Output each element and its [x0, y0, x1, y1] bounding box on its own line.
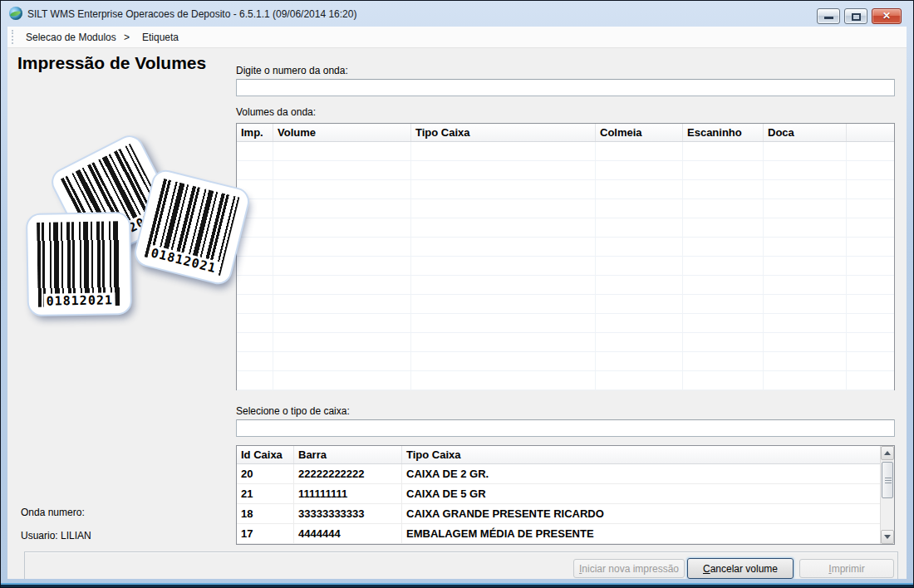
wave-table-cell — [237, 352, 273, 370]
wave-table-cell — [683, 333, 764, 351]
footer-button-bar: Iniciar nova impressãoCancelar volumeImp… — [24, 551, 898, 579]
box-table-row[interactable]: 2022222222222CAIXA DE 2 GR. — [237, 464, 894, 484]
box-type-input[interactable] — [236, 419, 895, 437]
wave-table-cell — [847, 180, 894, 198]
app-icon — [9, 7, 22, 20]
wave-table-row — [237, 352, 894, 371]
wave-column-header: Imp. — [237, 124, 273, 141]
wave-table-cell — [847, 238, 894, 256]
wave-table-row — [237, 180, 894, 199]
wave-table-cell — [683, 371, 764, 390]
wave-table-cell — [847, 161, 894, 179]
wave-table-cell — [411, 238, 596, 256]
wave-table-cell — [411, 333, 596, 351]
box-cell-barra: 4444444 — [294, 524, 402, 543]
wave-table-cell — [237, 333, 273, 351]
breadcrumb-separator: > — [124, 32, 130, 43]
scrollbar-thumb[interactable] — [882, 462, 893, 498]
wave-table-row — [237, 276, 894, 295]
minimize-button[interactable] — [817, 8, 840, 24]
wave-column-header: Escaninho — [683, 124, 764, 141]
wave-table-cell — [411, 371, 596, 390]
wave-table-cell — [596, 142, 683, 160]
wave-column-header: Volume — [273, 124, 411, 141]
box-cell-tipo-caixa: CAIXA GRANDE PRESENTE RICARDO — [402, 504, 894, 523]
wave-table-cell — [596, 180, 683, 198]
barcode-illustration: 01812021 01812021 01812021 — [7, 90, 232, 289]
wave-table-cell — [764, 257, 847, 275]
box-cell-tipo-caixa: EMBALAGEM MÉDIA DE PRESENTE — [402, 524, 894, 543]
wave-number-label: Digite o numero da onda: — [236, 65, 348, 76]
box-cell-barra: 33333333333 — [294, 504, 402, 523]
wave-table-cell — [273, 276, 411, 294]
wave-number-input[interactable] — [236, 79, 895, 96]
maximize-icon — [852, 13, 861, 21]
wave-table-cell — [237, 314, 273, 332]
box-table-body: 2022222222222CAIXA DE 2 GR.21111111111CA… — [237, 464, 894, 544]
wave-table-cell — [596, 371, 683, 390]
wave-table-cell — [596, 199, 683, 218]
wave-table-cell — [273, 314, 411, 332]
arrow-down-icon — [884, 535, 891, 539]
wave-table-cell — [847, 333, 894, 351]
wave-table-cell — [683, 314, 764, 332]
wave-table-row — [237, 218, 894, 238]
toolbar-gripper[interactable] — [12, 30, 13, 44]
wave-table-cell — [273, 238, 411, 256]
cancelar-volume-button[interactable]: Cancelar volume — [687, 558, 794, 579]
vertical-scrollbar[interactable] — [880, 446, 894, 544]
wave-table-cell — [847, 218, 894, 237]
wave-column-header: Colmeia — [596, 124, 683, 141]
wave-table-cell — [764, 276, 847, 294]
wave-table-cell — [237, 238, 273, 256]
maximize-button[interactable] — [844, 8, 867, 24]
menu-etiqueta[interactable]: Etiqueta — [142, 32, 179, 43]
iniciar-nova-impressao-button: Iniciar nova impressão — [573, 559, 685, 578]
wave-table-cell — [273, 257, 411, 275]
wave-table-cell — [411, 352, 596, 370]
wave-table-cell — [411, 218, 596, 237]
wave-table-cell — [847, 142, 894, 160]
wave-table-cell — [764, 218, 847, 237]
box-cell-tipo-caixa: CAIXA DE 2 GR. — [402, 464, 894, 483]
main-content: Impressão de Volumes 01812021 01812021 0… — [7, 48, 907, 579]
wave-table-row — [237, 199, 894, 218]
box-column-header: Barra — [294, 446, 402, 463]
box-table-row[interactable]: 1833333333333CAIXA GRANDE PRESENTE RICAR… — [237, 504, 894, 524]
wave-table-cell — [596, 333, 683, 351]
scroll-down-button[interactable] — [881, 530, 894, 544]
wave-table-cell — [237, 257, 273, 275]
wave-table-cell — [273, 218, 411, 237]
wave-table-cell — [683, 161, 764, 179]
wave-table-cell — [847, 371, 894, 390]
scroll-up-button[interactable] — [881, 446, 894, 460]
wave-table-cell — [683, 238, 764, 256]
wave-column-header — [847, 124, 894, 141]
usuario-label: Usuario: LILIAN — [21, 530, 91, 541]
wave-table-cell — [764, 161, 847, 179]
barcode-number: 01812021 — [43, 292, 115, 309]
wave-table-cell — [273, 199, 411, 218]
wave-table-cell — [764, 333, 847, 351]
window-title: SILT WMS Enterprise Operacoes de Deposit… — [27, 8, 356, 20]
wave-table-cell — [596, 238, 683, 256]
box-table-row[interactable]: 21111111111CAIXA DE 5 GR — [237, 484, 894, 504]
wave-table-cell — [764, 199, 847, 218]
wave-table-cell — [683, 276, 764, 294]
wave-table-cell — [273, 333, 411, 351]
wave-table-cell — [237, 371, 273, 390]
box-cell-barra: 111111111 — [294, 484, 402, 503]
minimize-icon — [824, 17, 833, 19]
wave-table-cell — [411, 276, 596, 294]
wave-table-cell — [764, 180, 847, 198]
window-controls: ✕ — [817, 8, 902, 24]
menu-selecao-de-modulos[interactable]: Selecao de Modulos — [26, 32, 116, 43]
box-table-row[interactable]: 174444444EMBALAGEM MÉDIA DE PRESENTE — [237, 524, 894, 544]
box-cell-barra: 22222222222 — [294, 464, 402, 483]
box-table-header: Id CaixaBarraTipo Caixa — [237, 446, 894, 464]
wave-table-cell — [847, 352, 894, 370]
close-button[interactable]: ✕ — [872, 8, 902, 24]
wave-table-cell — [273, 161, 411, 179]
wave-table-cell — [273, 295, 411, 313]
titlebar[interactable]: SILT WMS Enterprise Operacoes de Deposit… — [1, 1, 913, 27]
